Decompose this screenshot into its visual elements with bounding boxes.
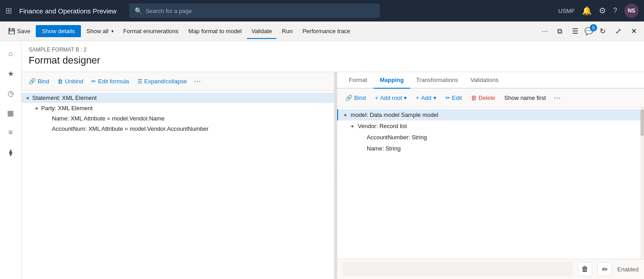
unbind-button[interactable]: 🗑 Unbind (54, 76, 87, 86)
add-root-button[interactable]: + Add root ▾ (371, 93, 411, 103)
sidebar-grid-icon[interactable]: ▦ (2, 104, 20, 122)
bell-icon[interactable]: 🔔 (582, 6, 592, 16)
breadcrumb: SAMPLE FORMAT B : 2 (21, 41, 644, 55)
sidebar-recent-icon[interactable]: ◷ (2, 84, 20, 102)
edit-formula-button[interactable]: ✏ Edit formula (88, 76, 132, 86)
pencil-icon: ✏ (91, 78, 96, 85)
tree-toolbar: 🔗 Bind 🗑 Unbind ✏ Edit formula ☰ Expand/… (21, 72, 334, 91)
sidebar-filter-icon[interactable]: ⧫ (2, 143, 20, 161)
tree-item[interactable]: ◄ Statement: XML Element (21, 93, 334, 103)
notification-count: 8 (590, 24, 597, 31)
tree-item[interactable]: ◄ Party: XML Element (21, 103, 334, 113)
top-right-icons: USMF 🔔 ⚙ ? NS (558, 4, 639, 18)
scrollbar-thumb[interactable] (640, 109, 644, 136)
mapping-toggle-icon[interactable]: ◄ (350, 124, 356, 129)
link-icon: 🔗 (29, 78, 36, 85)
search-bar[interactable]: 🔍 Search for a page (129, 4, 380, 18)
top-navigation: ⊞ Finance and Operations Preview 🔍 Searc… (0, 0, 644, 21)
show-details-button[interactable]: Show details (36, 25, 81, 37)
tree-item-label: AccountNum: XML Attribute = model.Vendor… (52, 125, 208, 132)
add-plus-icon: + (416, 94, 419, 101)
tab-format[interactable]: Format (343, 72, 373, 89)
app-grid-icon[interactable]: ⊞ (5, 6, 12, 16)
tree-toggle-icon[interactable]: ◄ (25, 95, 30, 100)
expand-icon: ☰ (137, 78, 143, 85)
save-button[interactable]: 💾 Save (4, 25, 35, 37)
notification-badge[interactable]: 💬 8 (585, 27, 593, 35)
map-format-to-model-button[interactable]: Map format to model (184, 25, 246, 37)
delete-button[interactable]: 🗑 Delete (467, 93, 499, 103)
mapping-item[interactable]: ◄ Vendor: Record list (337, 120, 644, 132)
format-enumerations-button[interactable]: Format enumerations (119, 25, 183, 37)
settings-icon[interactable]: ⚙ (599, 6, 606, 16)
add-root-chevron-icon: ▾ (404, 94, 407, 101)
bookmark-icon[interactable]: ☰ (568, 24, 582, 38)
add-chevron-icon: ▾ (433, 94, 436, 101)
tree-more-button[interactable]: ··· (191, 75, 203, 88)
run-button[interactable]: Run (277, 25, 297, 37)
tree-item[interactable]: AccountNum: XML Attribute = model.Vendor… (21, 124, 334, 134)
mapping-item-label: Vendor: Record list (358, 123, 407, 129)
edit-pencil-icon: ✏ (445, 94, 450, 101)
plus-icon: + (375, 94, 378, 101)
main-toolbar: 💾 Save Show details Show all Format enum… (0, 21, 644, 41)
expand-collapse-button[interactable]: ☰ Expand/collapse (134, 76, 191, 86)
bottom-bar: 🗑 ✏ Enabled (337, 259, 644, 279)
mapping-tabs: Format Mapping Transformations Validatio… (337, 72, 644, 89)
mapping-more-button[interactable]: ··· (551, 91, 564, 104)
edit-button[interactable]: ✏ Edit (442, 93, 466, 103)
page-title: Format designer (21, 55, 644, 72)
sidebar-favorites-icon[interactable]: ★ (2, 64, 20, 82)
add-button[interactable]: + Add ▾ (412, 93, 440, 103)
show-all-button[interactable]: Show all (82, 25, 118, 37)
mapping-content: ◄ model: Data model Sample model ◄ Vendo… (337, 107, 644, 259)
delete-status-button[interactable]: 🗑 (578, 262, 592, 276)
main-layout: ⌂ ★ ◷ ▦ ≡ ⧫ SAMPLE FORMAT B : 2 Format d… (0, 41, 644, 279)
mapping-item[interactable]: Name: String (337, 143, 644, 154)
mapping-toolbar: 🔗 Bind + Add root ▾ + Add ▾ ✏ (337, 89, 644, 107)
tree-toggle-icon[interactable]: ◄ (34, 106, 39, 111)
mapping-item-label: AccountNumber: String (367, 134, 427, 141)
mapping-panel: Format Mapping Transformations Validatio… (337, 72, 644, 279)
tree-item-label: Statement: XML Element (32, 94, 97, 101)
search-icon: 🔍 (135, 7, 142, 14)
tab-validations[interactable]: Validations (464, 72, 505, 89)
vertical-scrollbar[interactable] (640, 107, 644, 259)
mapping-toggle-icon[interactable]: ◄ (343, 112, 349, 117)
mapping-item[interactable]: ◄ model: Data model Sample model (337, 109, 644, 120)
bottom-empty-area (343, 262, 572, 276)
tree-content: ◄ Statement: XML Element ◄ Party: XML El… (21, 91, 334, 279)
tree-item[interactable]: Name: XML Attribute = model.Vendor.Name (21, 113, 334, 124)
connector-icon[interactable]: ⧉ (554, 25, 566, 38)
show-name-first-button[interactable]: Show name first (501, 93, 550, 103)
tree-item-label: Name: XML Attribute = model.Vendor.Name (52, 115, 165, 122)
tab-transformations[interactable]: Transformations (410, 72, 464, 89)
mapping-link-icon: 🔗 (345, 94, 352, 101)
status-label: Enabled (617, 266, 639, 273)
app-title: Finance and Operations Preview (19, 7, 117, 15)
performance-trace-button[interactable]: Performance trace (298, 25, 355, 37)
mapping-bind-button[interactable]: 🔗 Bind (342, 93, 369, 103)
mapping-item-label: model: Data model Sample model (351, 112, 438, 118)
left-sidebar: ⌂ ★ ◷ ▦ ≡ ⧫ (0, 41, 21, 279)
tree-panel: 🔗 Bind 🗑 Unbind ✏ Edit formula ☰ Expand/… (21, 72, 335, 279)
unlink-icon: 🗑 (57, 78, 63, 85)
sidebar-list-icon[interactable]: ≡ (2, 124, 20, 142)
org-label: USMF (558, 8, 575, 14)
validate-button[interactable]: Validate (247, 25, 276, 37)
mapping-item-label: Name: String (367, 145, 401, 152)
help-icon[interactable]: ? (613, 7, 617, 15)
inner-layout: 🔗 Bind 🗑 Unbind ✏ Edit formula ☰ Expand/… (21, 72, 644, 279)
open-in-new-icon[interactable]: ⤢ (612, 24, 625, 38)
avatar[interactable]: NS (624, 4, 639, 18)
more-options-button[interactable]: ··· (539, 25, 551, 38)
mapping-item[interactable]: AccountNumber: String (337, 132, 644, 143)
edit-status-button[interactable]: ✏ (597, 262, 612, 276)
bind-button[interactable]: 🔗 Bind (25, 76, 53, 86)
trash-icon: 🗑 (471, 94, 477, 101)
sidebar-home-icon[interactable]: ⌂ (2, 45, 20, 63)
search-placeholder: Search for a page (146, 8, 192, 14)
tab-mapping[interactable]: Mapping (373, 72, 410, 89)
refresh-icon[interactable]: ↻ (596, 24, 609, 38)
close-icon[interactable]: ✕ (627, 24, 640, 38)
